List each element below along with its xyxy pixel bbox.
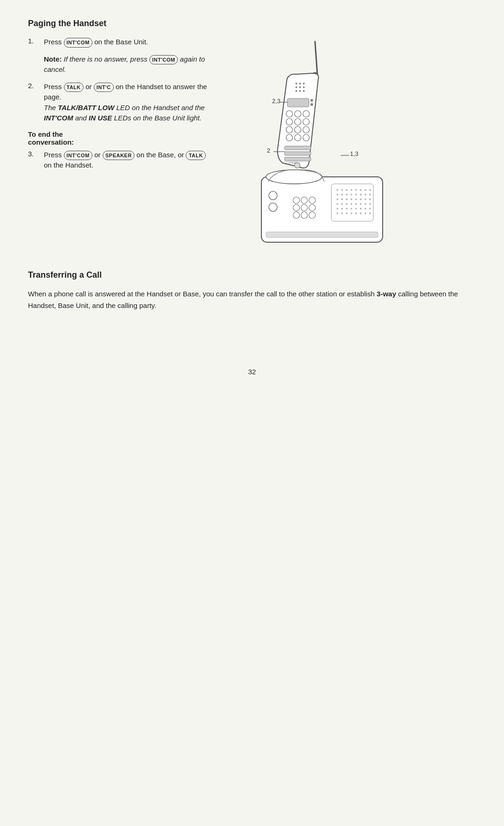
svg-point-65 bbox=[360, 203, 362, 205]
svg-point-45 bbox=[341, 194, 343, 196]
step-2-italic-text: The TALK/BATT LOW LED on the Handset and… bbox=[44, 104, 205, 122]
svg-point-81 bbox=[360, 212, 362, 214]
paging-section-title: Paging the Handset bbox=[28, 19, 476, 28]
text-column: 1. Press INT'COM on the Base Unit. Note:… bbox=[28, 37, 215, 177]
svg-point-39 bbox=[350, 189, 352, 191]
svg-point-3 bbox=[299, 83, 301, 84]
svg-point-59 bbox=[369, 198, 371, 200]
svg-point-21 bbox=[294, 126, 301, 133]
svg-point-84 bbox=[269, 191, 277, 200]
svg-point-12 bbox=[310, 99, 313, 102]
step-2: 2. Press TALK or INT'C on the Handset to… bbox=[28, 82, 215, 124]
svg-point-42 bbox=[364, 189, 366, 191]
step-2-number: 2. bbox=[28, 82, 38, 124]
svg-point-46 bbox=[346, 194, 348, 196]
svg-point-41 bbox=[360, 189, 362, 191]
phone-svg: 2,3 2 1,3 bbox=[224, 37, 401, 261]
svg-point-4 bbox=[303, 83, 305, 84]
svg-point-58 bbox=[364, 198, 366, 200]
step-3-text-before: Press bbox=[44, 151, 62, 159]
svg-point-17 bbox=[286, 119, 293, 125]
svg-point-49 bbox=[360, 194, 362, 196]
svg-point-5 bbox=[295, 86, 297, 88]
svg-point-93 bbox=[301, 212, 308, 218]
svg-point-60 bbox=[336, 203, 338, 205]
paging-section: Paging the Handset 1. Press INT'COM on t… bbox=[28, 19, 476, 261]
svg-point-66 bbox=[364, 203, 366, 205]
step-3-or1: or bbox=[94, 151, 103, 159]
svg-point-88 bbox=[309, 197, 315, 203]
svg-point-83 bbox=[369, 212, 371, 214]
end-conversation-title: To end the conversation: bbox=[28, 130, 215, 146]
svg-point-63 bbox=[350, 203, 352, 205]
svg-point-61 bbox=[341, 203, 343, 205]
note-label: Note: bbox=[44, 55, 62, 63]
svg-point-8 bbox=[295, 90, 297, 92]
transfer-section-title: Transferring a Call bbox=[28, 270, 476, 280]
svg-point-10 bbox=[303, 90, 305, 92]
step-2-or: or bbox=[85, 83, 91, 91]
svg-point-87 bbox=[301, 197, 308, 203]
svg-point-56 bbox=[355, 198, 357, 200]
svg-point-43 bbox=[369, 189, 371, 191]
intcom-button-3: INT'COM bbox=[64, 151, 93, 161]
svg-point-64 bbox=[355, 203, 357, 205]
phone-illustration: 2,3 2 1,3 bbox=[224, 37, 401, 261]
svg-point-19 bbox=[303, 119, 309, 125]
note-text-before: If there is no answer, press bbox=[62, 55, 147, 63]
svg-rect-27 bbox=[285, 152, 311, 155]
svg-rect-26 bbox=[285, 146, 311, 150]
svg-point-24 bbox=[294, 134, 301, 141]
svg-point-25 bbox=[303, 134, 309, 141]
svg-point-62 bbox=[346, 203, 348, 205]
svg-point-16 bbox=[303, 111, 309, 117]
svg-rect-11 bbox=[287, 98, 309, 107]
svg-point-37 bbox=[341, 189, 343, 191]
svg-text:uniden: uniden bbox=[288, 161, 298, 164]
svg-point-14 bbox=[286, 111, 293, 117]
talkbattlow-label: TALK/BATT LOW bbox=[58, 104, 114, 112]
label-13: 1,3 bbox=[350, 150, 358, 157]
svg-rect-28 bbox=[285, 157, 311, 161]
svg-point-77 bbox=[341, 212, 343, 214]
svg-point-57 bbox=[360, 198, 362, 200]
step-1-text-before: Press bbox=[44, 38, 62, 46]
svg-point-86 bbox=[293, 197, 300, 203]
svg-point-53 bbox=[341, 198, 343, 200]
svg-point-70 bbox=[346, 208, 348, 210]
step-1-number: 1. bbox=[28, 37, 38, 48]
svg-point-20 bbox=[286, 126, 293, 133]
svg-point-67 bbox=[369, 203, 371, 205]
svg-point-91 bbox=[309, 204, 315, 211]
intc-button: INT'C bbox=[94, 83, 114, 92]
svg-point-85 bbox=[269, 203, 277, 211]
inuse-label: IN USE bbox=[89, 114, 112, 122]
svg-point-50 bbox=[364, 194, 366, 196]
svg-point-34 bbox=[266, 170, 322, 184]
intcom-label: INT'COM bbox=[44, 114, 73, 122]
svg-point-75 bbox=[369, 208, 371, 210]
step-3-text-end: on the Handset. bbox=[44, 161, 93, 169]
svg-point-80 bbox=[355, 212, 357, 214]
label-2: 2 bbox=[267, 147, 270, 154]
step-1-text-after: on the Base Unit. bbox=[94, 38, 148, 46]
svg-point-44 bbox=[336, 194, 338, 196]
intcom-button-note: INT'COM bbox=[149, 55, 178, 65]
svg-point-38 bbox=[346, 189, 348, 191]
step-3-number: 3. bbox=[28, 150, 38, 171]
svg-point-78 bbox=[346, 212, 348, 214]
end-title-line1: To end the bbox=[28, 130, 63, 138]
step-2-italic4: LEDs on the Base Unit light. bbox=[112, 114, 202, 122]
step-2-text-before: Press bbox=[44, 83, 62, 91]
step-1: 1. Press INT'COM on the Base Unit. bbox=[28, 37, 215, 48]
svg-point-15 bbox=[294, 111, 301, 117]
talk-button: TALK bbox=[64, 83, 84, 92]
svg-point-18 bbox=[294, 119, 301, 125]
svg-point-6 bbox=[299, 86, 301, 88]
svg-point-94 bbox=[309, 212, 315, 218]
step-3: 3. Press INT'COM or SPEAKER on the Base,… bbox=[28, 150, 215, 171]
svg-point-54 bbox=[346, 198, 348, 200]
svg-line-0 bbox=[315, 42, 317, 74]
svg-point-48 bbox=[355, 194, 357, 196]
svg-point-90 bbox=[301, 204, 308, 211]
